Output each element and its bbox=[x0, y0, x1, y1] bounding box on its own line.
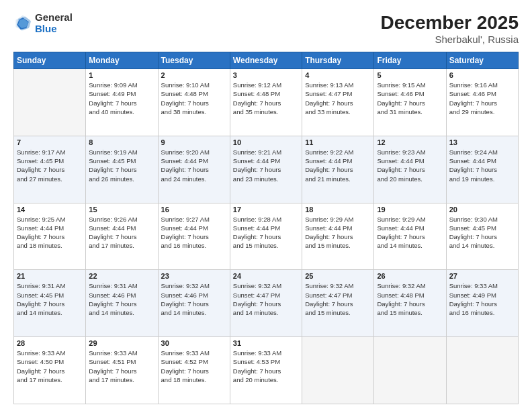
day-info: Sunrise: 9:33 AMSunset: 4:50 PMDaylight:… bbox=[17, 349, 83, 384]
logo-general: General bbox=[35, 12, 73, 24]
day-number: 30 bbox=[161, 339, 227, 347]
day-info: Sunrise: 9:12 AMSunset: 4:48 PMDaylight:… bbox=[233, 81, 299, 116]
day-info: Sunrise: 9:09 AMSunset: 4:49 PMDaylight:… bbox=[89, 81, 154, 116]
day-info: Sunrise: 9:15 AMSunset: 4:46 PMDaylight:… bbox=[377, 81, 443, 116]
calendar-week-row: 1Sunrise: 9:09 AMSunset: 4:49 PMDaylight… bbox=[14, 69, 519, 136]
day-number: 4 bbox=[305, 71, 371, 79]
title-month: December 2025 bbox=[381, 12, 519, 34]
day-number: 21 bbox=[17, 272, 83, 280]
day-info: Sunrise: 9:22 AMSunset: 4:44 PMDaylight:… bbox=[305, 148, 371, 183]
day-info: Sunrise: 9:10 AMSunset: 4:48 PMDaylight:… bbox=[161, 81, 227, 116]
calendar-week-row: 28Sunrise: 9:33 AMSunset: 4:50 PMDayligh… bbox=[14, 337, 519, 404]
calendar-cell: 19Sunrise: 9:29 AMSunset: 4:44 PMDayligh… bbox=[374, 203, 446, 270]
day-info: Sunrise: 9:17 AMSunset: 4:45 PMDaylight:… bbox=[17, 148, 83, 183]
day-number: 27 bbox=[449, 272, 515, 280]
calendar-cell: 11Sunrise: 9:22 AMSunset: 4:44 PMDayligh… bbox=[302, 136, 374, 203]
day-number: 22 bbox=[89, 272, 154, 280]
calendar-cell: 12Sunrise: 9:23 AMSunset: 4:44 PMDayligh… bbox=[374, 136, 446, 203]
calendar-cell: 22Sunrise: 9:31 AMSunset: 4:46 PMDayligh… bbox=[86, 270, 158, 337]
day-info: Sunrise: 9:31 AMSunset: 4:46 PMDaylight:… bbox=[89, 281, 154, 317]
calendar-cell bbox=[14, 69, 86, 136]
day-info: Sunrise: 9:32 AMSunset: 4:47 PMDaylight:… bbox=[233, 281, 299, 317]
day-number: 13 bbox=[449, 138, 515, 146]
calendar-cell: 31Sunrise: 9:33 AMSunset: 4:53 PMDayligh… bbox=[230, 337, 302, 404]
day-info: Sunrise: 9:25 AMSunset: 4:44 PMDaylight:… bbox=[17, 215, 83, 250]
day-info: Sunrise: 9:28 AMSunset: 4:44 PMDaylight:… bbox=[233, 215, 299, 250]
calendar-cell: 1Sunrise: 9:09 AMSunset: 4:49 PMDaylight… bbox=[86, 69, 158, 136]
day-info: Sunrise: 9:24 AMSunset: 4:44 PMDaylight:… bbox=[449, 148, 515, 183]
day-number: 15 bbox=[89, 205, 154, 214]
day-number: 11 bbox=[305, 138, 371, 146]
weekday-header-sunday: Sunday bbox=[14, 52, 86, 69]
day-number: 28 bbox=[17, 339, 83, 347]
calendar-cell: 30Sunrise: 9:33 AMSunset: 4:52 PMDayligh… bbox=[158, 337, 230, 404]
day-number: 7 bbox=[17, 138, 83, 146]
weekday-header-monday: Monday bbox=[86, 52, 158, 69]
day-number: 25 bbox=[305, 272, 371, 280]
weekday-header-thursday: Thursday bbox=[302, 52, 374, 69]
calendar-cell: 2Sunrise: 9:10 AMSunset: 4:48 PMDaylight… bbox=[158, 69, 230, 136]
calendar-cell: 26Sunrise: 9:32 AMSunset: 4:48 PMDayligh… bbox=[374, 270, 446, 337]
day-number: 19 bbox=[377, 205, 443, 214]
calendar-cell: 5Sunrise: 9:15 AMSunset: 4:46 PMDaylight… bbox=[374, 69, 446, 136]
day-number: 8 bbox=[89, 138, 154, 146]
weekday-header-friday: Friday bbox=[374, 52, 446, 69]
calendar-cell: 23Sunrise: 9:32 AMSunset: 4:46 PMDayligh… bbox=[158, 270, 230, 337]
calendar-week-row: 14Sunrise: 9:25 AMSunset: 4:44 PMDayligh… bbox=[14, 203, 519, 270]
day-info: Sunrise: 9:19 AMSunset: 4:45 PMDaylight:… bbox=[89, 148, 154, 183]
calendar-cell: 17Sunrise: 9:28 AMSunset: 4:44 PMDayligh… bbox=[230, 203, 302, 270]
day-number: 5 bbox=[377, 71, 443, 79]
calendar-cell: 8Sunrise: 9:19 AMSunset: 4:45 PMDaylight… bbox=[86, 136, 158, 203]
weekday-header-row: SundayMondayTuesdayWednesdayThursdayFrid… bbox=[14, 52, 519, 69]
logo-text: General Blue bbox=[35, 12, 73, 34]
day-number: 12 bbox=[377, 138, 443, 146]
day-info: Sunrise: 9:32 AMSunset: 4:46 PMDaylight:… bbox=[161, 281, 227, 317]
day-number: 2 bbox=[161, 71, 227, 79]
calendar-cell bbox=[374, 337, 446, 404]
calendar-cell: 10Sunrise: 9:21 AMSunset: 4:44 PMDayligh… bbox=[230, 136, 302, 203]
day-number: 3 bbox=[233, 71, 299, 79]
page: General Blue December 2025 Sherbakul', R… bbox=[0, 0, 532, 411]
day-info: Sunrise: 9:20 AMSunset: 4:44 PMDaylight:… bbox=[161, 148, 227, 183]
calendar-cell: 28Sunrise: 9:33 AMSunset: 4:50 PMDayligh… bbox=[14, 337, 86, 404]
day-info: Sunrise: 9:23 AMSunset: 4:44 PMDaylight:… bbox=[377, 148, 443, 183]
weekday-header-tuesday: Tuesday bbox=[158, 52, 230, 69]
day-number: 26 bbox=[377, 272, 443, 280]
calendar-cell: 27Sunrise: 9:33 AMSunset: 4:49 PMDayligh… bbox=[446, 270, 518, 337]
day-number: 9 bbox=[161, 138, 227, 146]
weekday-header-wednesday: Wednesday bbox=[230, 52, 302, 69]
calendar-cell: 9Sunrise: 9:20 AMSunset: 4:44 PMDaylight… bbox=[158, 136, 230, 203]
day-info: Sunrise: 9:29 AMSunset: 4:44 PMDaylight:… bbox=[377, 215, 443, 250]
calendar-cell: 18Sunrise: 9:29 AMSunset: 4:44 PMDayligh… bbox=[302, 203, 374, 270]
title-block: December 2025 Sherbakul', Russia bbox=[381, 12, 519, 45]
day-info: Sunrise: 9:13 AMSunset: 4:47 PMDaylight:… bbox=[305, 81, 371, 116]
day-info: Sunrise: 9:29 AMSunset: 4:44 PMDaylight:… bbox=[305, 215, 371, 250]
calendar-cell: 15Sunrise: 9:26 AMSunset: 4:44 PMDayligh… bbox=[86, 203, 158, 270]
calendar-cell bbox=[302, 337, 374, 404]
day-number: 10 bbox=[233, 138, 299, 146]
calendar-cell: 29Sunrise: 9:33 AMSunset: 4:51 PMDayligh… bbox=[86, 337, 158, 404]
day-info: Sunrise: 9:33 AMSunset: 4:53 PMDaylight:… bbox=[233, 349, 299, 384]
day-info: Sunrise: 9:31 AMSunset: 4:45 PMDaylight:… bbox=[17, 281, 83, 317]
weekday-header-saturday: Saturday bbox=[446, 52, 518, 69]
day-info: Sunrise: 9:33 AMSunset: 4:49 PMDaylight:… bbox=[449, 281, 515, 317]
calendar-cell: 3Sunrise: 9:12 AMSunset: 4:48 PMDaylight… bbox=[230, 69, 302, 136]
calendar-cell: 20Sunrise: 9:30 AMSunset: 4:45 PMDayligh… bbox=[446, 203, 518, 270]
day-info: Sunrise: 9:32 AMSunset: 4:47 PMDaylight:… bbox=[305, 281, 371, 317]
calendar-week-row: 7Sunrise: 9:17 AMSunset: 4:45 PMDaylight… bbox=[14, 136, 519, 203]
day-number: 6 bbox=[449, 71, 515, 79]
logo-blue: Blue bbox=[35, 24, 73, 35]
calendar-cell: 14Sunrise: 9:25 AMSunset: 4:44 PMDayligh… bbox=[14, 203, 86, 270]
day-number: 18 bbox=[305, 205, 371, 214]
day-info: Sunrise: 9:26 AMSunset: 4:44 PMDaylight:… bbox=[89, 215, 154, 250]
day-number: 16 bbox=[161, 205, 227, 214]
calendar-week-row: 21Sunrise: 9:31 AMSunset: 4:45 PMDayligh… bbox=[14, 270, 519, 337]
calendar-cell: 16Sunrise: 9:27 AMSunset: 4:44 PMDayligh… bbox=[158, 203, 230, 270]
calendar-cell: 4Sunrise: 9:13 AMSunset: 4:47 PMDaylight… bbox=[302, 69, 374, 136]
day-number: 31 bbox=[233, 339, 299, 347]
day-info: Sunrise: 9:16 AMSunset: 4:46 PMDaylight:… bbox=[449, 81, 515, 116]
day-number: 29 bbox=[89, 339, 154, 347]
calendar-cell: 21Sunrise: 9:31 AMSunset: 4:45 PMDayligh… bbox=[14, 270, 86, 337]
logo: General Blue bbox=[13, 12, 73, 34]
calendar-cell bbox=[446, 337, 518, 404]
